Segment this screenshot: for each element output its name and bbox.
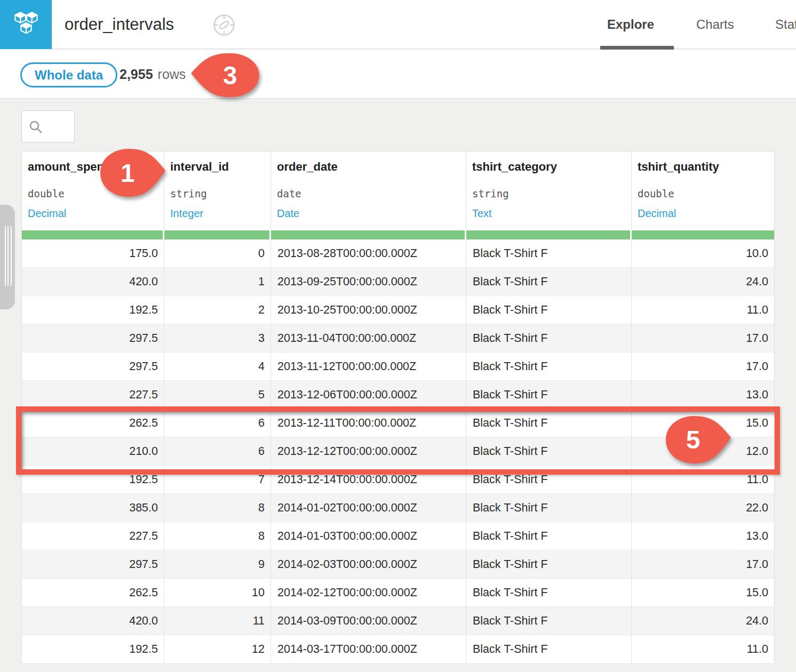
tab-statistics[interactable]: Stat [775,0,796,49]
cell-tshirt_category[interactable]: Black T-Shirt F [466,353,632,380]
cell-order_date[interactable]: 2013-08-28T00:00:00.000Z [271,239,466,267]
cell-tshirt_category[interactable]: Black T-Shirt F [466,437,632,465]
cell-tshirt_quantity[interactable]: 13.0 [632,381,774,409]
quality-bar-segment[interactable] [632,230,774,239]
cell-amount_spent[interactable]: 262.5 [22,579,164,606]
cell-tshirt_category[interactable]: Black T-Shirt F [466,550,632,578]
cell-tshirt_quantity[interactable]: 24.0 [632,268,774,295]
column-header-order_date[interactable]: order_datedateDate [271,151,466,230]
cell-tshirt_quantity[interactable]: 22.0 [632,494,774,522]
left-panel-drag-handle[interactable] [0,205,15,309]
quality-bar-segment[interactable] [22,230,164,239]
cell-tshirt_category[interactable]: Black T-Shirt F [466,409,632,437]
cell-tshirt_quantity[interactable]: 12.0 [632,437,774,465]
column-meaning[interactable]: Decimal [638,207,769,220]
cell-order_date[interactable]: 2014-03-17T00:00:00.000Z [271,635,466,663]
column-meaning[interactable]: Decimal [28,207,158,220]
cell-interval_id[interactable]: 5 [164,381,271,409]
cell-amount_spent[interactable]: 297.5 [22,353,164,380]
cell-amount_spent[interactable]: 192.5 [22,296,164,324]
cell-interval_id[interactable]: 10 [164,579,271,606]
cell-interval_id[interactable]: 11 [164,607,271,635]
tab-charts[interactable]: Charts [696,0,734,49]
cell-amount_spent[interactable]: 210.0 [22,437,164,465]
cell-tshirt_quantity[interactable]: 15.0 [632,409,774,437]
cell-interval_id[interactable]: 2 [164,296,271,324]
cell-amount_spent[interactable]: 420.0 [22,607,164,635]
cell-interval_id[interactable]: 12 [164,635,271,663]
cell-tshirt_category[interactable]: Black T-Shirt F [466,466,632,493]
cell-tshirt_quantity[interactable]: 11.0 [632,635,774,663]
cell-tshirt_quantity[interactable]: 11.0 [632,466,774,493]
cell-tshirt_category[interactable]: Black T-Shirt F [466,324,632,352]
cell-interval_id[interactable]: 1 [164,268,271,295]
cell-amount_spent[interactable]: 262.5 [22,409,164,437]
cell-interval_id[interactable]: 4 [164,353,271,380]
cell-amount_spent[interactable]: 227.5 [22,381,164,409]
cell-tshirt_quantity[interactable]: 15.0 [632,579,774,606]
cell-amount_spent[interactable]: 175.0 [22,239,164,267]
cell-order_date[interactable]: 2014-02-12T00:00:00.000Z [271,579,466,606]
cell-tshirt_quantity[interactable]: 13.0 [632,522,774,550]
tab-explore[interactable]: Explore [607,0,654,49]
cell-tshirt_quantity[interactable]: 17.0 [632,550,774,578]
cell-tshirt_category[interactable]: Black T-Shirt F [466,268,632,295]
cell-tshirt_category[interactable]: Black T-Shirt F [466,296,632,324]
cell-tshirt_quantity[interactable]: 11.0 [632,296,774,324]
cell-order_date[interactable]: 2013-12-06T00:00:00.000Z [271,381,466,409]
cell-interval_id[interactable]: 7 [164,466,271,493]
cell-order_date[interactable]: 2013-12-11T00:00:00.000Z [271,409,466,437]
cell-order_date[interactable]: 2013-11-04T00:00:00.000Z [271,324,466,352]
cell-tshirt_category[interactable]: Black T-Shirt F [466,579,632,606]
cell-interval_id[interactable]: 9 [164,550,271,578]
cell-tshirt_category[interactable]: Black T-Shirt F [466,381,632,409]
cell-order_date[interactable]: 2013-10-25T00:00:00.000Z [271,296,466,324]
cell-order_date[interactable]: 2013-12-14T00:00:00.000Z [271,466,466,493]
dataset-logo-tile[interactable] [0,0,52,49]
column-header-interval_id[interactable]: interval_idstringInteger [164,151,271,230]
quality-bar-segment[interactable] [466,230,632,239]
cell-tshirt_category[interactable]: Black T-Shirt F [466,239,632,267]
cell-interval_id[interactable]: 6 [164,437,271,465]
cell-order_date[interactable]: 2013-12-12T00:00:00.000Z [271,437,466,465]
column-header-tshirt_category[interactable]: tshirt_categorystringText [466,151,632,230]
cell-order_date[interactable]: 2014-03-09T00:00:00.000Z [271,607,466,635]
cell-interval_id[interactable]: 3 [164,324,271,352]
cell-tshirt_category[interactable]: Black T-Shirt F [466,607,632,635]
search-input[interactable] [42,111,73,142]
cell-tshirt_quantity[interactable]: 24.0 [632,607,774,635]
cell-interval_id[interactable]: 8 [164,494,271,522]
cell-interval_id[interactable]: 8 [164,522,271,550]
cell-order_date[interactable]: 2014-02-03T00:00:00.000Z [271,550,466,578]
cell-interval_id[interactable]: 6 [164,409,271,437]
cell-amount_spent[interactable]: 297.5 [22,550,164,578]
cell-amount_spent[interactable]: 385.0 [22,494,164,522]
cell-order_date[interactable]: 2013-11-12T00:00:00.000Z [271,353,466,380]
cell-tshirt_quantity[interactable]: 17.0 [632,353,774,380]
cell-order_date[interactable]: 2013-09-25T00:00:00.000Z [271,268,466,295]
cell-order_date[interactable]: 2014-01-02T00:00:00.000Z [271,494,466,522]
column-meaning[interactable]: Integer [170,207,265,220]
cell-interval_id[interactable]: 0 [164,239,271,267]
column-meaning[interactable]: Date [277,207,460,220]
quality-bar-segment[interactable] [271,230,466,239]
cell-amount_spent[interactable]: 227.5 [22,522,164,550]
cell-amount_spent[interactable]: 420.0 [22,268,164,295]
cell-tshirt_category[interactable]: Black T-Shirt F [466,494,632,522]
column-header-tshirt_quantity[interactable]: tshirt_quantitydoubleDecimal [632,151,774,230]
cell-tshirt_category[interactable]: Black T-Shirt F [466,522,632,550]
cell-tshirt_category[interactable]: Black T-Shirt F [466,635,632,663]
column-header-amount_spent[interactable]: amount_spentdoubleDecimal [22,151,164,230]
cell-amount_spent[interactable]: 297.5 [22,324,164,352]
cell-tshirt_quantity[interactable]: 17.0 [632,324,774,352]
dataset-cubes-icon [12,11,40,38]
cell-tshirt_quantity[interactable]: 10.0 [632,239,774,267]
table-row: 227.552013-12-06T00:00:00.000ZBlack T-Sh… [22,381,774,409]
sampling-button[interactable]: Whole data [20,62,117,87]
cell-amount_spent[interactable]: 192.5 [22,466,164,493]
quality-bar-segment[interactable] [164,230,271,239]
navigate-compass-icon[interactable] [212,13,236,37]
column-meaning[interactable]: Text [472,207,626,220]
cell-amount_spent[interactable]: 192.5 [22,635,164,663]
cell-order_date[interactable]: 2014-01-03T00:00:00.000Z [271,522,466,550]
